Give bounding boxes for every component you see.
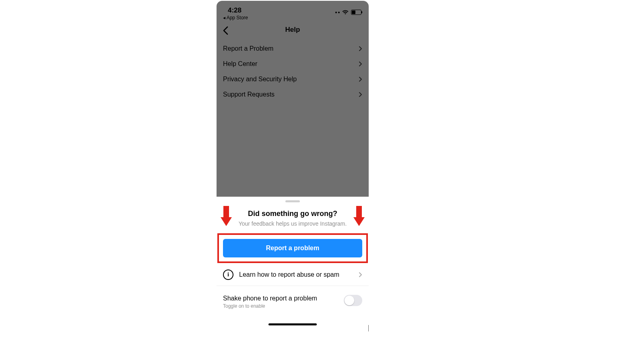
phone-frame: 4:28 ◂ App Store Help: [217, 1, 369, 327]
chevron-right-icon: [359, 46, 362, 51]
shake-toggle[interactable]: [344, 295, 362, 306]
help-row-report-problem[interactable]: Report a Problem: [217, 41, 369, 56]
annotation-highlight-box: Report a problem: [217, 233, 368, 263]
cellular-signal-icon: [335, 12, 340, 13]
toggle-knob: [345, 296, 354, 305]
chevron-right-icon: [359, 272, 362, 278]
help-row-help-center[interactable]: Help Center: [217, 56, 369, 72]
report-bottom-sheet: Did something go wrong? Your feedback he…: [217, 197, 369, 327]
help-menu-list: Report a Problem Help Center Privacy and…: [217, 41, 369, 102]
nav-header: Help: [217, 22, 369, 39]
shake-subtitle: Toggle on to enable: [223, 303, 344, 309]
help-row-label: Help Center: [223, 60, 257, 68]
learn-row-label: Learn how to report abuse or spam: [239, 271, 353, 278]
home-indicator[interactable]: [268, 323, 317, 325]
status-bar: 4:28 ◂ App Store: [217, 1, 369, 19]
sheet-subtitle: Your feedback helps us improve Instagram…: [217, 220, 369, 227]
chevron-right-icon: [359, 61, 362, 67]
breadcrumb-label: App Store: [227, 15, 248, 21]
cursor-tick: [368, 325, 369, 331]
caret-left-icon: ◂: [223, 15, 225, 21]
help-screen-dimmed: 4:28 ◂ App Store Help: [217, 1, 369, 197]
help-row-support-requests[interactable]: Support Requests: [217, 87, 369, 102]
battery-icon: [351, 10, 361, 15]
breadcrumb-back-app[interactable]: ◂ App Store: [223, 15, 248, 21]
page-title: Help: [217, 26, 369, 34]
wifi-icon: [342, 10, 349, 15]
shake-to-report-row: Shake phone to report a problem Toggle o…: [217, 286, 369, 309]
shake-title: Shake phone to report a problem: [223, 295, 344, 302]
help-row-label: Report a Problem: [223, 45, 273, 52]
status-time: 4:28: [228, 6, 242, 14]
chevron-right-icon: [359, 92, 362, 97]
sheet-grabber[interactable]: [285, 200, 300, 202]
help-row-privacy-security[interactable]: Privacy and Security Help: [217, 72, 369, 87]
help-row-label: Privacy and Security Help: [223, 76, 297, 83]
info-icon: i: [223, 269, 233, 280]
learn-report-abuse-row[interactable]: i Learn how to report abuse or spam: [217, 263, 369, 286]
chevron-right-icon: [359, 76, 362, 82]
report-a-problem-button[interactable]: Report a problem: [223, 239, 362, 257]
sheet-title: Did something go wrong?: [217, 210, 369, 218]
help-row-label: Support Requests: [223, 91, 275, 98]
